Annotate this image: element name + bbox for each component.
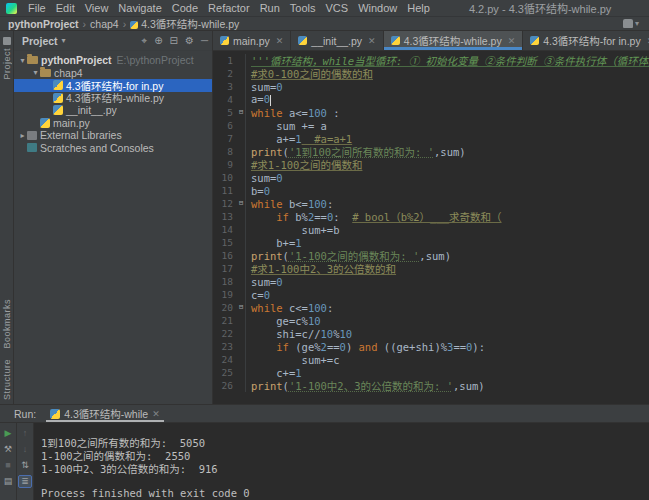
tree-item[interactable]: 4.3循环结构-while.py xyxy=(14,92,212,105)
chevron-icon[interactable]: ▾ xyxy=(18,56,27,65)
tree-item[interactable]: ▾pythonProjectE:\pythonProject xyxy=(14,54,212,67)
down-arrow-icon[interactable]: ↓ xyxy=(18,443,32,456)
run-panel: Run: 4.3循环结构-while ✕ ▶⚒■▤ ↑↓⇅≣ 1到100之间所有… xyxy=(0,404,649,500)
code-token xyxy=(251,211,276,223)
close-icon[interactable]: ✕ xyxy=(368,36,376,46)
line-number: 2 xyxy=(213,68,237,79)
code-text: a=0 xyxy=(246,93,271,106)
project-toolwindow-icon[interactable] xyxy=(3,37,11,45)
menu-navigate[interactable]: Navigate xyxy=(113,2,166,14)
code-token: == xyxy=(314,211,327,223)
console-settings-icon[interactable]: ▤ xyxy=(1,475,15,488)
fold-spacer xyxy=(237,132,246,145)
line-number: 21 xyxy=(213,315,237,326)
code-token: print xyxy=(251,380,283,392)
chevron-icon[interactable]: ▾ xyxy=(31,68,40,77)
python-file-icon xyxy=(530,36,539,45)
fold-spacer xyxy=(237,223,246,236)
fold-icon[interactable]: ⊟ xyxy=(237,106,246,119)
fold-spacer xyxy=(237,327,246,340)
code-token: b= xyxy=(251,185,264,197)
menu-edit[interactable]: Edit xyxy=(51,2,80,14)
line-number: 12 xyxy=(213,198,237,209)
fold-spacer xyxy=(237,353,246,366)
rerun-icon[interactable]: ▶ xyxy=(1,427,15,440)
tree-item[interactable]: Scratches and Consoles xyxy=(14,142,212,155)
breadcrumb-item[interactable]: 4.3循环结构-while.py xyxy=(128,18,241,30)
breadcrumb-item[interactable]: pythonProject xyxy=(6,18,81,30)
code-line: 9#求1-100之间的偶数和 xyxy=(213,158,649,171)
code-token: b% xyxy=(295,211,308,223)
fold-spacer xyxy=(237,119,246,132)
toolwindow-tab-structure[interactable]: Structure xyxy=(2,359,12,400)
expand-all-icon[interactable]: ⊕ xyxy=(154,35,162,47)
tree-item-label: main.py xyxy=(53,117,90,129)
nav-right-widget[interactable]: ▾ xyxy=(623,19,639,28)
code-area[interactable]: 1'''循环结构，while当型循环: ① 初始化变量 ②条件判断 ③条件执行体… xyxy=(213,51,649,404)
tree-item[interactable]: main.py xyxy=(14,117,212,130)
line-number: 25 xyxy=(213,367,237,378)
settings-icon[interactable]: ⚙ xyxy=(185,35,194,47)
editor-tab[interactable]: main.py✕ xyxy=(213,31,291,50)
console-line: 1-100之间的偶数和为: 2550 xyxy=(41,448,649,461)
menu-code[interactable]: Code xyxy=(167,2,203,14)
editor-tab[interactable]: 4.3循环结构-for in.py✕ xyxy=(523,31,649,50)
python-icon xyxy=(53,80,63,90)
breadcrumb-item[interactable]: chap4 xyxy=(88,18,121,30)
code-token: ) xyxy=(346,341,359,353)
editor-tab[interactable]: __init__.py✕ xyxy=(291,31,383,50)
menu-run[interactable]: Run xyxy=(255,2,285,14)
menu-help[interactable]: Help xyxy=(402,2,435,14)
menu-view[interactable]: View xyxy=(80,2,114,14)
fold-spacer xyxy=(237,210,246,223)
fold-spacer xyxy=(237,340,246,353)
editor-tab-label: 4.3循环结构-for in.py xyxy=(543,33,640,48)
project-tree: ▾pythonProjectE:\pythonProject▾chap44.3循… xyxy=(14,51,212,154)
editor-tab[interactable]: 4.3循环结构-while.py✕ xyxy=(384,31,524,50)
locate-icon[interactable]: ⌖ xyxy=(142,35,148,47)
collapse-all-icon[interactable]: ⊟ xyxy=(170,35,178,47)
close-icon[interactable]: ✕ xyxy=(508,36,516,46)
run-tab[interactable]: 4.3循环结构-while ✕ xyxy=(44,405,166,422)
code-text: shi=c//10%10 xyxy=(246,328,352,340)
code-text: while c<=100: xyxy=(246,302,333,314)
soft-wrap-icon[interactable]: ⇅ xyxy=(18,459,32,472)
stop-icon[interactable]: ■ xyxy=(1,459,15,472)
close-icon[interactable]: ✕ xyxy=(152,409,160,419)
project-panel-title[interactable]: Project xyxy=(22,35,58,47)
fold-icon[interactable]: ⊟ xyxy=(237,301,246,314)
fold-spacer xyxy=(237,54,246,67)
scroll-to-end-icon[interactable]: ≣ xyxy=(18,475,32,488)
chevron-down-icon: ▾ xyxy=(62,36,66,45)
up-arrow-icon[interactable]: ↑ xyxy=(18,427,32,440)
console-output[interactable]: 1到100之间所有数的和为: 50501-100之间的偶数和为: 25501-1… xyxy=(34,423,649,500)
folder-icon xyxy=(27,56,38,64)
close-icon[interactable]: ✕ xyxy=(276,36,284,46)
menu-vcs[interactable]: VCS xyxy=(321,2,354,14)
code-text: sum=0 xyxy=(246,81,283,93)
project-toolwindow-tab[interactable]: Project xyxy=(2,48,12,80)
menu-window[interactable]: Window xyxy=(353,2,402,14)
console-line: Process finished with exit code 0 xyxy=(41,487,649,500)
menu-tools[interactable]: Tools xyxy=(285,2,321,14)
code-line: 11b=0 xyxy=(213,184,649,197)
code-text: b+=1 xyxy=(246,237,302,249)
fold-spacer xyxy=(237,171,246,184)
tree-item-label: External Libraries xyxy=(40,129,122,141)
editor-tab-bar: main.py✕__init__.py✕4.3循环结构-while.py✕4.3… xyxy=(213,31,649,51)
wrench-icon[interactable]: ⚒ xyxy=(1,443,15,456)
line-number: 18 xyxy=(213,276,237,287)
tree-item[interactable]: ▸External Libraries xyxy=(14,129,212,142)
chevron-icon[interactable]: ▸ xyxy=(18,131,27,140)
menu-file[interactable]: File xyxy=(23,2,51,14)
tree-item[interactable]: __init__.py xyxy=(14,104,212,117)
toolwindow-tab-bookmarks[interactable]: Bookmarks xyxy=(2,299,12,349)
fold-spacer xyxy=(237,314,246,327)
code-token: 100 xyxy=(308,107,327,119)
code-token: a+= xyxy=(251,133,295,145)
hide-icon[interactable]: ─ xyxy=(201,35,208,47)
code-text: #求0-100之间的偶数的和 xyxy=(246,66,373,81)
menu-refactor[interactable]: Refactor xyxy=(203,2,255,14)
code-token: a= xyxy=(251,93,264,105)
fold-icon[interactable]: ⊟ xyxy=(237,197,246,210)
